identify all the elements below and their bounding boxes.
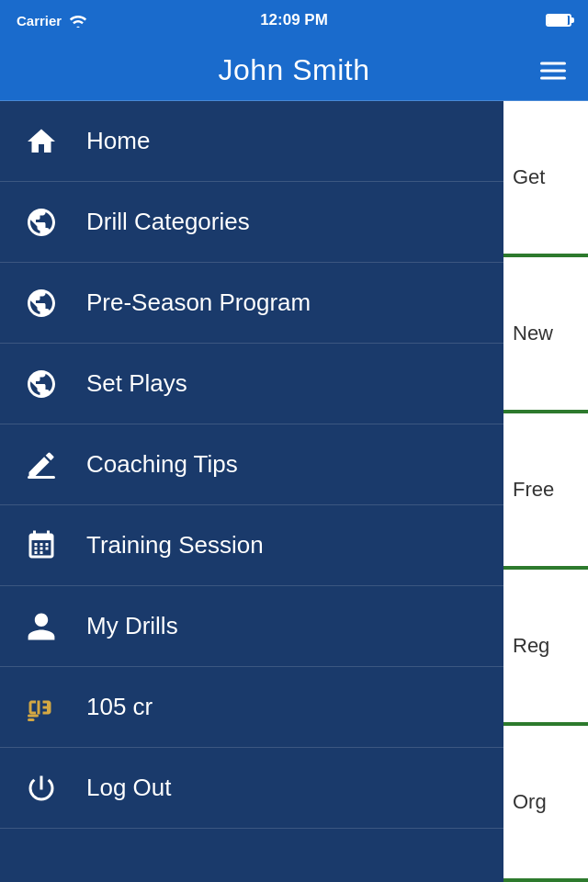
status-time: 12:09 PM [260, 11, 328, 29]
menu-icon [540, 69, 566, 72]
menu-icon [540, 76, 566, 79]
sidebar-item-credits[interactable]: 105 cr [0, 667, 503, 748]
carrier-label: Carrier [17, 13, 62, 28]
sidebar-item-label: Training Session [86, 531, 264, 560]
right-card-org[interactable]: Org [503, 726, 588, 882]
status-left: Carrier [17, 13, 87, 28]
right-card-new[interactable]: New [503, 257, 588, 413]
sidebar-item-training-session[interactable]: Training Session [0, 505, 503, 586]
edit-icon [22, 446, 61, 484]
ball-icon [22, 365, 61, 403]
right-card-text: Reg [513, 634, 549, 658]
credits-icon [22, 688, 61, 727]
calendar-icon [22, 526, 61, 565]
right-card-reg[interactable]: Reg [503, 570, 588, 726]
wifi-icon [69, 13, 87, 28]
svg-rect-0 [28, 476, 55, 479]
right-card-text: Free [513, 478, 554, 502]
right-card-get[interactable]: Get [503, 101, 588, 257]
sidebar-item-label: Set Plays [86, 369, 187, 398]
svg-rect-2 [28, 718, 35, 721]
sidebar-item-logout[interactable]: Log Out [0, 748, 503, 829]
status-bar: Carrier 12:09 PM [0, 0, 588, 40]
sidebar-item-home[interactable]: Home [0, 101, 503, 182]
status-right [546, 14, 571, 27]
svg-rect-1 [28, 714, 39, 717]
sidebar-item-my-drills[interactable]: My Drills [0, 586, 503, 667]
page-title: John Smith [218, 53, 369, 87]
right-panel: Get New Free Reg Org [503, 101, 588, 882]
menu-button[interactable] [535, 56, 571, 85]
battery-icon [546, 14, 571, 27]
sidebar-item-drill-categories[interactable]: Drill Categories [0, 182, 503, 263]
app-header: John Smith [0, 40, 588, 101]
user-icon [22, 607, 61, 646]
right-card-text: New [513, 322, 553, 345]
home-icon [22, 122, 61, 161]
ball-icon [22, 203, 61, 242]
sidebar-item-label: Drill Categories [86, 208, 250, 236]
sidebar-item-label: Coaching Tips [86, 450, 238, 479]
menu-icon [540, 62, 566, 64]
sidebar-item-coaching-tips[interactable]: Coaching Tips [0, 424, 503, 505]
main-content: Home Drill Categories Pre-Season Program [0, 101, 588, 882]
sidebar-menu: Home Drill Categories Pre-Season Program [0, 101, 503, 882]
ball-icon [22, 284, 61, 322]
sidebar-item-label: Pre-Season Program [86, 288, 311, 317]
sidebar-item-label: 105 cr [86, 693, 153, 721]
sidebar-item-pre-season[interactable]: Pre-Season Program [0, 263, 503, 344]
right-card-text: Get [513, 165, 545, 189]
sidebar-item-set-plays[interactable]: Set Plays [0, 344, 503, 424]
sidebar-item-label: Log Out [86, 774, 172, 802]
sidebar-item-label: Home [86, 127, 150, 155]
sidebar-item-label: My Drills [86, 612, 178, 640]
right-card-free[interactable]: Free [503, 413, 588, 570]
right-card-text: Org [513, 790, 547, 814]
power-icon [22, 769, 61, 808]
